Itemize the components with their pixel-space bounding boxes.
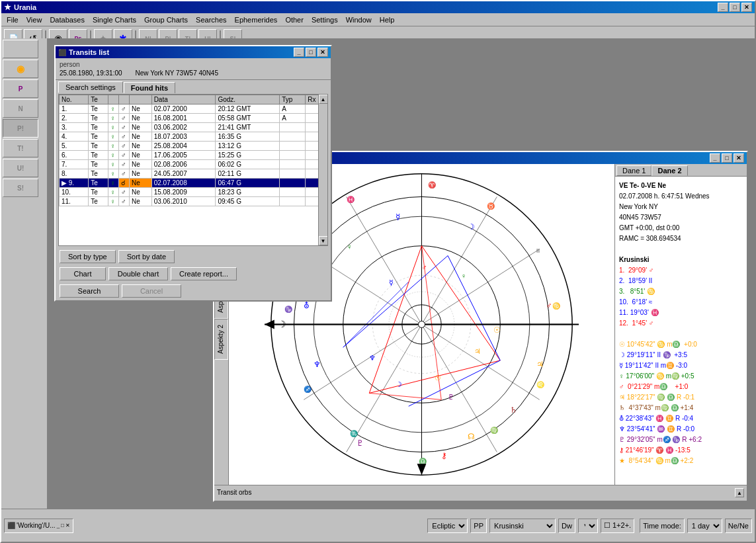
pos-jup: ♃ 18°22'17" ♍ ♎ R -0:1 <box>619 392 743 403</box>
search-button[interactable]: Search <box>60 284 119 298</box>
info-gmt: GMT +0:00, dst 0:00 <box>619 223 743 233</box>
chart-close[interactable]: ✕ <box>734 153 744 163</box>
table-row[interactable]: 8.Te♀♂Ne24.05.200702:11 G <box>60 169 327 179</box>
col-typ: Typ <box>280 95 306 104</box>
chart-name-select[interactable]: Krusinski <box>489 519 556 533</box>
dw-select[interactable]: ▼ <box>578 519 598 533</box>
transits-table-container[interactable]: No. Te Data Godz. Typ Rx <box>58 94 328 246</box>
tab-search-settings[interactable]: Search settings <box>58 81 123 93</box>
table-row[interactable]: 1.Te♀♂Ne02.07.200020:12 GMTA <box>60 104 327 114</box>
taskbar-working[interactable]: ⬛ 'Working'/U... _ □ ✕ <box>4 519 73 533</box>
menu-group-charts[interactable]: Group Charts <box>140 15 192 25</box>
table-row[interactable]: 4.Te♀♂Ne18.07.200316:35 G <box>60 132 327 142</box>
content-area: ⬛ Transits list _ □ ✕ person 25.08.1980,… <box>48 38 755 509</box>
time-mode-select[interactable]: 1 day <box>687 519 722 533</box>
action-buttons-2: Chart Double chart Create report... <box>56 266 331 282</box>
svg-text:♋: ♋ <box>552 302 561 310</box>
chart-minimize[interactable]: _ <box>710 153 720 163</box>
pos-node: ★ 8°54'34" ♋ m♎ +2:2 <box>619 456 743 466</box>
menu-single-charts[interactable]: Single Charts <box>89 15 140 25</box>
sidebar-btn-s[interactable]: S! <box>3 179 38 197</box>
table-row[interactable]: 10.Te♀♂Ne15.08.200918:23 G <box>60 188 327 197</box>
pos-ura: ⛢ 22°38'43" ♓ ♊ R -0:4 <box>619 413 743 424</box>
svg-text:☽: ☽ <box>278 319 286 329</box>
menu-view[interactable]: View <box>22 15 46 25</box>
chart-maximize[interactable]: □ <box>722 153 732 163</box>
transit-orbs-label: Transit orbs <box>217 489 251 496</box>
pos-chi: ⚷ 21°46'19" ♈ ♓ -13:5 <box>619 445 743 456</box>
svg-text:II: II <box>536 247 540 254</box>
transits-maximize[interactable]: □ <box>306 48 316 57</box>
table-row[interactable]: 5.Te♀♂Ne25.08.200413:12 G <box>60 142 327 151</box>
transits-minimize[interactable]: _ <box>294 48 304 57</box>
col-asp2 <box>119 95 130 104</box>
cancel-button[interactable]: Cancel <box>122 284 181 298</box>
sidebar-btn-n[interactable]: N <box>3 99 38 118</box>
info-location: New York NY <box>619 202 743 212</box>
minimize-button[interactable]: _ <box>718 3 728 12</box>
table-row[interactable]: 7.Te♀♂Ne02.08.200606:02 G <box>60 160 327 169</box>
table-row[interactable]: 3.Te♀♂Ne03.06.200221:41 GMT <box>60 123 327 132</box>
col-planet2 <box>130 95 152 104</box>
transit-orbs-expand[interactable]: ▲ <box>735 488 744 497</box>
sort-by-date-button[interactable]: Sort by date <box>118 250 175 263</box>
time-mode-label: Time mode: <box>640 519 685 533</box>
sidebar-btn-t[interactable]: T! <box>3 139 38 157</box>
dw-label: Dw <box>558 519 575 533</box>
menu-other[interactable]: Other <box>281 15 308 25</box>
svg-text:♃: ♃ <box>474 347 481 355</box>
menu-file[interactable]: File <box>3 15 22 25</box>
planet-11: 11. 19°03' ♓ <box>619 308 743 318</box>
svg-text:☊: ☊ <box>468 432 475 441</box>
menu-window[interactable]: Window <box>342 15 376 25</box>
chart-info-panel[interactable]: VE Te- 0-VE Ne 02.07.2008 h. 6:47:51 Wed… <box>615 177 747 485</box>
sidebar-btn-p2[interactable]: P! <box>3 119 38 138</box>
pos-merc: ☿ 19°11'42" II m♊ -3:0 <box>619 360 743 371</box>
menu-settings[interactable]: Settings <box>308 15 342 25</box>
planet-1: 1. 29°09' ♂ <box>619 265 743 276</box>
tab-dane2[interactable]: Dane 2 <box>651 165 687 176</box>
chart-right-panel: Dane 1 Dane 2 VE Te- 0-VE Ne 02.07.2008 … <box>614 164 747 485</box>
table-row[interactable]: 6.Te♀♂Ne17.06.200515:25 G <box>60 151 327 160</box>
close-button[interactable]: ✕ <box>741 3 752 12</box>
table-row-selected[interactable]: ▶ 9.Te♀☌Ne02.07.200806:47 G <box>60 179 327 188</box>
app-icon: ★ <box>4 3 11 12</box>
sort-by-type-button[interactable]: Sort by type <box>60 250 116 263</box>
svg-text:☿: ☿ <box>396 212 400 222</box>
chart-button[interactable]: Chart <box>60 267 106 280</box>
scrollbar-down[interactable]: ▼ <box>319 236 328 245</box>
aspect-tab-2[interactable]: Aspekty 2 <box>214 319 228 360</box>
svg-text:♏: ♏ <box>350 429 358 438</box>
col-no: No. <box>60 95 89 104</box>
person-label: person <box>60 61 327 68</box>
tab-found-hits[interactable]: Found hits <box>124 82 175 93</box>
svg-text:♈: ♈ <box>428 181 437 189</box>
double-chart-button[interactable]: Double chart <box>108 267 168 280</box>
menu-searches[interactable]: Searches <box>192 15 230 25</box>
create-report-button[interactable]: Create report... <box>171 267 237 280</box>
maximize-button[interactable]: □ <box>730 3 740 12</box>
menu-help[interactable]: Help <box>376 15 399 25</box>
taskbar-close-icon[interactable]: ✕ <box>65 522 70 528</box>
taskbar-minimize-icon[interactable]: _ <box>57 522 60 528</box>
menu-ephemerides[interactable]: Ephemerides <box>231 15 282 25</box>
scrollbar-up[interactable]: ▲ <box>319 95 328 104</box>
coord-system-select[interactable]: Ecliptic <box>427 519 468 533</box>
table-row[interactable]: 2.Te♀♂Ne16.08.200105:58 GMTA <box>60 114 327 123</box>
main-win-controls[interactable]: _ □ ✕ <box>718 3 752 12</box>
sidebar-btn-p[interactable]: P <box>3 79 38 98</box>
svg-text:⚷: ⚷ <box>441 451 447 460</box>
tab-dane1[interactable]: Dane 1 <box>616 165 651 176</box>
transits-close[interactable]: ✕ <box>317 48 328 57</box>
svg-text:♌: ♌ <box>536 380 545 389</box>
info-name: Krusinski <box>619 255 743 265</box>
sidebar-btn-u[interactable]: U! <box>3 159 38 177</box>
table-row[interactable]: 11.Te♀♂Ne03.06.201009:45 G <box>60 197 327 206</box>
sidebar-btn-circle[interactable]: ◉ <box>3 60 38 78</box>
svg-text:☽: ☽ <box>468 222 475 231</box>
taskbar-restore-icon[interactable]: □ <box>61 522 64 528</box>
menu-databases[interactable]: Databases <box>46 15 89 25</box>
planet-10: 10. 6°18' ≈ <box>619 297 743 308</box>
svg-text:♀: ♀ <box>461 272 466 280</box>
sidebar-btn-1[interactable] <box>3 40 38 58</box>
